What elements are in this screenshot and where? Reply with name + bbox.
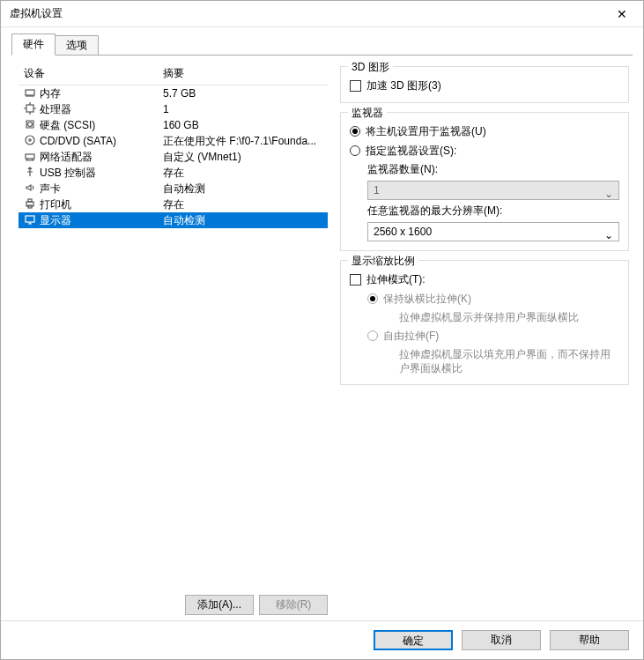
device-summary: 自动检测	[163, 213, 322, 228]
device-row[interactable]: USB 控制器存在	[19, 165, 328, 181]
checkbox-label: 拉伸模式(T):	[366, 271, 426, 287]
device-name: 网络适配器	[40, 150, 163, 165]
device-summary: 正在使用文件 F:\f0-7.1\Founda...	[163, 134, 322, 149]
radio-keep-ratio: 保持纵横比拉伸(K)	[367, 291, 619, 307]
radio-specify[interactable]: 指定监视器设置(S):	[350, 143, 619, 159]
radio-label: 保持纵横比拉伸(K)	[383, 291, 471, 307]
dialog-footer: 确定 取消 帮助	[1, 620, 643, 659]
radio-icon	[367, 330, 378, 341]
cd-icon	[24, 134, 40, 149]
svg-point-3	[26, 136, 34, 145]
device-summary: 5.7 GB	[163, 87, 322, 100]
sound-icon	[24, 182, 40, 197]
radio-icon	[367, 293, 378, 304]
device-list: 设备 摘要 内存5.7 GB处理器1硬盘 (SCSI)160 GBCD/DVD …	[19, 63, 328, 591]
usb-icon	[24, 166, 40, 181]
device-summary: 自动检测	[163, 182, 322, 197]
remove-button[interactable]: 移除(R)	[259, 595, 328, 615]
device-summary: 存在	[163, 166, 322, 181]
svg-rect-1	[26, 105, 33, 112]
device-row[interactable]: CD/DVD (SATA)正在使用文件 F:\f0-7.1\Founda...	[19, 133, 328, 149]
device-name: 内存	[40, 86, 163, 101]
group-scaling: 显示缩放比例 拉伸模式(T): 保持纵横比拉伸(K) 拉伸虚拟机显示并保持用户界…	[340, 260, 629, 385]
legend-monitor: 监视器	[348, 106, 387, 121]
group-monitor: 监视器 将主机设置用于监视器(U) 指定监视器设置(S): 监视器数量(N):	[340, 112, 629, 251]
desc-free-stretch: 拉伸虚拟机显示以填充用户界面，而不保持用户界面纵横比	[399, 347, 619, 375]
col-header-summary: 摘要	[163, 66, 322, 81]
ok-button[interactable]: 确定	[374, 630, 453, 650]
checkbox-accelerate-3d[interactable]: 加速 3D 图形(3)	[350, 78, 619, 93]
chevron-down-icon: ⌄	[604, 226, 613, 244]
device-row[interactable]: 打印机存在	[19, 197, 328, 212]
svg-point-4	[29, 138, 31, 140]
display-icon	[24, 213, 40, 228]
device-name: USB 控制器	[40, 166, 163, 181]
close-icon[interactable]: ✕	[604, 2, 640, 26]
device-row[interactable]: 显示器自动检测	[19, 212, 328, 228]
device-row[interactable]: 硬盘 (SCSI)160 GB	[19, 117, 328, 133]
legend-3d: 3D 图形	[348, 60, 393, 75]
device-name: 处理器	[40, 102, 163, 117]
select-monitor-count[interactable]: 1 ⌄	[367, 181, 619, 200]
device-summary: 160 GB	[163, 119, 322, 131]
memory-icon	[24, 86, 40, 101]
device-row[interactable]: 处理器1	[19, 101, 328, 117]
desc-keep-ratio: 拉伸虚拟机显示并保持用户界面纵横比	[399, 310, 619, 324]
svg-rect-7	[28, 199, 32, 202]
radio-icon	[350, 126, 360, 137]
svg-rect-5	[26, 154, 34, 159]
disk-icon	[24, 118, 40, 133]
cancel-button[interactable]: 取消	[462, 630, 541, 650]
svg-rect-9	[26, 216, 34, 222]
col-header-device: 设备	[24, 66, 163, 81]
radio-label: 自由拉伸(F)	[383, 328, 439, 344]
device-summary: 自定义 (VMnet1)	[163, 150, 322, 165]
checkbox-icon	[350, 80, 361, 92]
group-3d: 3D 图形 加速 3D 图形(3)	[340, 66, 629, 103]
device-name: 硬盘 (SCSI)	[40, 118, 163, 133]
radio-label: 将主机设置用于监视器(U)	[366, 123, 486, 139]
help-button[interactable]: 帮助	[550, 630, 629, 650]
radio-use-host[interactable]: 将主机设置用于监视器(U)	[350, 123, 619, 139]
vm-settings-window: 虚拟机设置 ✕ 硬件 选项 设备 摘要 内存5.7 GB处理器1硬盘 (SCSI…	[0, 0, 644, 660]
cpu-icon	[24, 102, 40, 117]
select-value: 2560 x 1600	[374, 226, 432, 238]
radio-free-stretch: 自由拉伸(F)	[367, 328, 619, 344]
device-name: CD/DVD (SATA)	[40, 135, 163, 147]
device-row[interactable]: 声卡自动检测	[19, 181, 328, 197]
radio-icon	[350, 145, 360, 156]
label-monitor-count: 监视器数量(N):	[367, 162, 619, 177]
legend-scaling: 显示缩放比例	[348, 254, 418, 269]
add-button[interactable]: 添加(A)...	[185, 595, 254, 615]
label-max-resolution: 任意监视器的最大分辨率(M):	[367, 204, 619, 219]
chevron-down-icon: ⌄	[604, 185, 613, 203]
device-summary: 存在	[163, 197, 322, 212]
tab-options[interactable]: 选项	[55, 35, 99, 56]
svg-rect-0	[26, 90, 34, 95]
device-summary: 1	[163, 103, 322, 115]
net-icon	[24, 150, 40, 165]
svg-point-2	[28, 122, 33, 126]
tab-strip: 硬件 选项	[11, 34, 633, 56]
device-row[interactable]: 内存5.7 GB	[19, 85, 328, 101]
device-row[interactable]: 网络适配器自定义 (VMnet1)	[19, 149, 328, 165]
device-name: 显示器	[40, 213, 163, 228]
checkbox-icon	[350, 274, 361, 286]
radio-label: 指定监视器设置(S):	[366, 143, 456, 159]
tab-hardware[interactable]: 硬件	[11, 33, 56, 56]
device-name: 打印机	[40, 197, 163, 212]
printer-icon	[24, 197, 40, 212]
titlebar: 虚拟机设置 ✕	[1, 1, 643, 27]
checkbox-stretch-mode[interactable]: 拉伸模式(T):	[350, 271, 619, 287]
select-max-resolution[interactable]: 2560 x 1600 ⌄	[367, 222, 619, 241]
device-name: 声卡	[40, 182, 163, 197]
select-value: 1	[374, 184, 380, 197]
checkbox-label: 加速 3D 图形(3)	[366, 78, 441, 93]
window-title: 虚拟机设置	[10, 6, 604, 21]
